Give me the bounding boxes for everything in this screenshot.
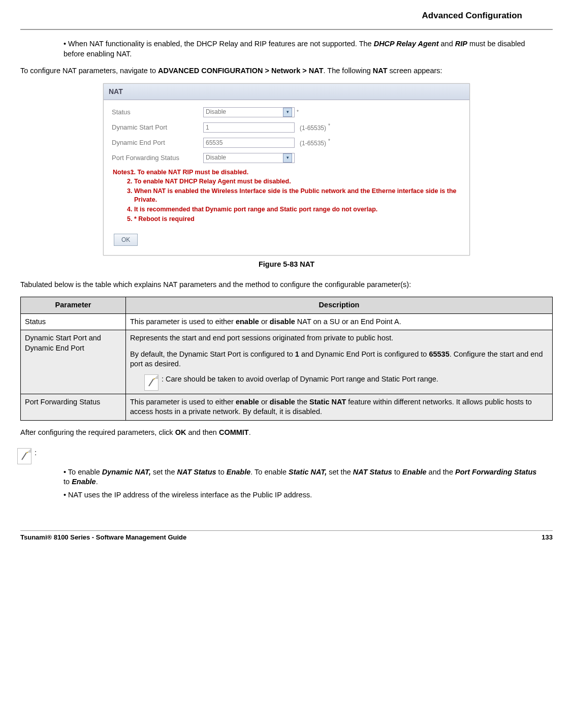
page-number: 133	[542, 533, 553, 542]
row-status: Status Disable ▾ *	[112, 107, 461, 117]
panel-body: Status Disable ▾ * Dynamic Start Port (1…	[104, 100, 469, 255]
row-port-forwarding: Port Forwarding Status Disable ▾	[112, 153, 461, 163]
param-cell: Status	[21, 313, 126, 330]
footer-title: Tsunami® 8100 Series - Software Manageme…	[20, 533, 186, 542]
table-row: Dynamic Start Port and Dynamic End Port …	[21, 330, 553, 394]
input-dynamic-end[interactable]	[203, 138, 295, 148]
param-cell: Port Forwarding Status	[21, 394, 126, 420]
nav-path: ADVANCED CONFIGURATION > Network > NAT	[158, 67, 323, 75]
table-intro: Tabulated below is the table which expla…	[20, 280, 553, 290]
nat-screenshot-panel: NAT Status Disable ▾ * Dynamic Start Por…	[103, 83, 470, 256]
text: and	[439, 40, 455, 48]
page-section-header: Advanced Configuration	[20, 10, 553, 26]
note-icon	[17, 448, 31, 464]
config-paragraph: To configure NAT parameters, navigate to…	[20, 66, 553, 76]
note-item: * Reboot is required	[134, 215, 461, 224]
col-header-parameter: Parameter	[21, 297, 126, 314]
page-footer: Tsunami® 8100 Series - Software Manageme…	[20, 530, 553, 542]
row-dynamic-end: Dynamic End Port (1-65535)*	[112, 138, 461, 148]
note-text: : Care should be taken to avoid overlap …	[162, 374, 548, 385]
note-item: To enable NAT DHCP Relay Agent must be d…	[134, 177, 461, 186]
note-icon	[144, 374, 158, 391]
label-dynamic-end: Dynamic End Port	[112, 138, 203, 147]
note-item: It is recommended that Dynamic port rang…	[134, 205, 461, 214]
chevron-down-icon: ▾	[283, 108, 292, 117]
chevron-down-icon: ▾	[283, 153, 292, 163]
figure-caption: Figure 5-83 NAT	[20, 260, 553, 270]
select-status-value: Disable	[206, 108, 226, 116]
after-table-paragraph: After configuring the required parameter…	[20, 428, 553, 438]
term-nat: NAT	[373, 67, 388, 75]
asterisk-icon: *	[297, 109, 299, 116]
panel-notes: Notes : To enable NAT RIP must be disabl…	[113, 168, 461, 225]
text: . The following	[324, 67, 373, 75]
desc-cell: This parameter is used to either enable …	[126, 313, 553, 330]
header-rule	[20, 29, 553, 30]
text: screen appears:	[388, 67, 442, 75]
parameters-table: Parameter Description Status This parame…	[20, 297, 553, 421]
panel-title: NAT	[104, 84, 469, 100]
select-status[interactable]: Disable ▾	[203, 107, 295, 117]
param-cell: Dynamic Start Port and Dynamic End Port	[21, 330, 126, 394]
note-item: To enable NAT RIP must be disabled.	[134, 168, 461, 177]
table-row: Port Forwarding Status This parameter is…	[21, 394, 553, 420]
note-line: • To enable Dynamic NAT, set the NAT Sta…	[63, 467, 543, 487]
select-port-forwarding[interactable]: Disable ▾	[203, 153, 295, 163]
bottom-note-list: • To enable Dynamic NAT, set the NAT Sta…	[63, 467, 543, 500]
label-status: Status	[112, 108, 203, 117]
text: To configure NAT parameters, navigate to	[20, 67, 158, 75]
note-item: When NAT is enabled the Wireless Interfa…	[134, 187, 461, 204]
row-dynamic-start: Dynamic Start Port (1-65535)*	[112, 122, 461, 133]
input-dynamic-start[interactable]	[203, 122, 295, 133]
desc-cell: This parameter is used to either enable …	[126, 394, 553, 420]
intro-bullet-block: • When NAT functionality is enabled, the…	[63, 39, 543, 59]
term-rip: RIP	[455, 40, 467, 48]
text: • When NAT functionality is enabled, the…	[63, 40, 374, 48]
bottom-note-block: :	[20, 448, 553, 464]
col-header-description: Description	[126, 297, 553, 314]
ok-button[interactable]: OK	[114, 234, 138, 246]
desc-cell: Represents the start and end port sessio…	[126, 330, 553, 394]
select-port-forwarding-value: Disable	[206, 153, 226, 162]
range-dynamic-end: (1-65535)*	[300, 138, 330, 147]
label-dynamic-start: Dynamic Start Port	[112, 123, 203, 132]
colon: :	[35, 448, 37, 458]
table-row: Status This parameter is used to either …	[21, 313, 553, 330]
term-dhcp-relay-agent: DHCP Relay Agent	[374, 40, 439, 48]
note-line: • NAT uses the IP address of the wireles…	[63, 490, 543, 500]
range-dynamic-start: (1-65535)*	[300, 122, 330, 132]
label-port-forwarding: Port Forwarding Status	[112, 153, 203, 163]
